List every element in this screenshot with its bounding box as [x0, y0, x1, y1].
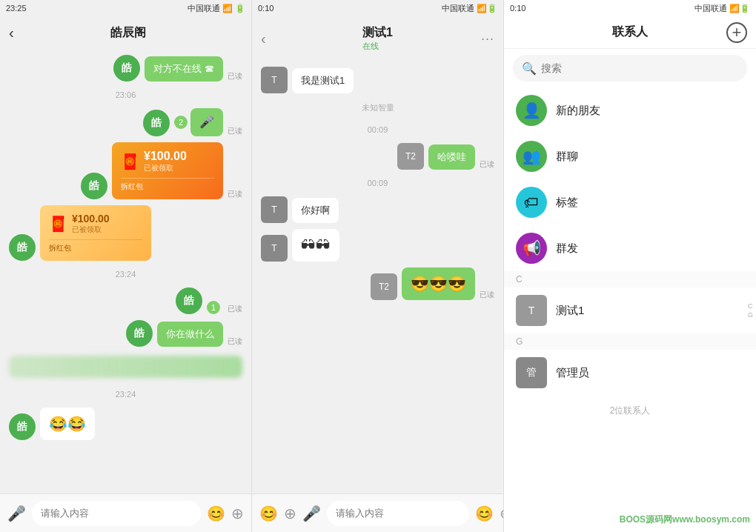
contact-name-admin: 管理员 — [556, 366, 589, 380]
input-bar-2: 😊 ⊕ 🎤 😊 ⊕ — [252, 493, 503, 532]
msg-row: 已读 1 皓 — [9, 287, 242, 314]
mic-icon-2[interactable]: 🎤 — [302, 505, 321, 522]
avatar: 皓 — [126, 320, 153, 347]
chat-header-2: ‹ 测试1 在线 ··· — [252, 16, 503, 61]
contacts-count: 2位联系人 — [504, 396, 756, 426]
money-card-sent: 🧧 ¥100.00 已被领取 拆红包 — [112, 142, 223, 199]
msg-row: T 🕶🕶 — [261, 229, 494, 262]
avatar: 皓 — [9, 413, 36, 440]
broadcast-label: 群发 — [556, 242, 578, 256]
signal-3: 中国联通 📶🔋 — [694, 3, 750, 14]
emoji-icon[interactable]: 😊 — [207, 505, 225, 522]
tag-icon: 🏷 — [516, 187, 547, 218]
group-chat-item[interactable]: 👥 群聊 — [504, 133, 756, 179]
time-1: 23:25 — [6, 4, 27, 13]
add-icon[interactable]: ⊕ — [231, 505, 244, 522]
msg-row: 已读 对方不在线 ☎ 皓 — [9, 55, 242, 82]
input-bar-1: 🎤 😊 ⊕ — [0, 493, 251, 532]
chat-input-1[interactable] — [32, 501, 201, 526]
avatar: 皓 — [81, 173, 107, 199]
avatar: 皓 — [143, 110, 170, 136]
back-button-1[interactable]: ‹ — [9, 24, 14, 41]
avatar: 皓 — [176, 287, 202, 314]
time-3: 0:10 — [510, 4, 525, 13]
emoji-icon-3[interactable]: 😊 — [475, 505, 494, 522]
contact-avatar-ceshi1: T — [516, 295, 547, 326]
signal-icons-2: 中国联通 📶🔋 — [442, 3, 497, 14]
bubble: 对方不在线 ☎ — [145, 56, 223, 82]
time-divider: 23:24 — [9, 390, 242, 399]
msg-row: 皓 🧧 ¥100.00 已被领取 拆红包 — [9, 205, 242, 261]
group-chat-icon: 👥 — [516, 141, 547, 172]
time-divider: 00:09 — [261, 125, 494, 134]
back-button-2[interactable]: ‹ — [261, 30, 266, 47]
avatar: 皓 — [9, 234, 36, 261]
tag-label: 标签 — [556, 196, 578, 210]
time-divider: 00:09 — [261, 179, 494, 187]
contact-item-ceshi1[interactable]: T 测试1 C G — [504, 287, 756, 333]
tag-item[interactable]: 🏷 标签 — [504, 179, 756, 225]
time-divider: 23:24 — [9, 270, 242, 279]
contact-list: 👤 新的朋友 👥 群聊 🏷 标签 📢 群发 C T — [504, 87, 756, 532]
section-g: G — [504, 333, 756, 350]
new-friends-icon: 👤 — [516, 95, 547, 126]
bubble: 😎😎😎 — [402, 267, 475, 300]
contacts-header: 联系人 + — [504, 16, 756, 49]
statusbar-1: 23:25 中国联通 📶 🔋 — [0, 0, 251, 16]
statusbar-3: 0:10 中国联通 📶🔋 — [504, 0, 756, 16]
emoji-icon-2[interactable]: 😊 — [259, 505, 278, 522]
add-contact-button[interactable]: + — [726, 22, 747, 43]
msg-row: T 我是测试1 — [261, 67, 494, 93]
chat-panel-2: 0:10 中国联通 📶🔋 ‹ 测试1 在线 ··· T 我是测试1 未知智量 0… — [252, 0, 504, 532]
statusbar-2: 0:10 中国联通 📶🔋 — [252, 0, 503, 16]
avatar-2: T — [261, 196, 288, 223]
badge: 1 — [207, 301, 220, 314]
chat-header-1: ‹ 皓辰阁 — [0, 16, 251, 49]
money-card-recv: 🧧 ¥100.00 已被领取 拆红包 — [40, 205, 151, 261]
index-sidebar: C G — [748, 302, 753, 319]
broadcast-item[interactable]: 📢 群发 — [504, 225, 756, 271]
messages-area-2: T 我是测试1 未知智量 00:09 已读 哈喽哇 T2 00:09 T 你好啊 — [252, 61, 503, 493]
avatar-2: T — [261, 235, 288, 262]
blurred-content — [9, 356, 242, 378]
msg-row: 已读 🧧 ¥100.00 已被领取 拆红包 皓 — [9, 142, 242, 199]
contact-item-admin[interactable]: 管 管理员 — [504, 350, 756, 396]
msg-row: T 你好啊 — [261, 196, 494, 223]
chat-input-2[interactable] — [327, 501, 469, 526]
chat-panel-1: 23:25 中国联通 📶 🔋 ‹ 皓辰阁 已读 对方不在线 ☎ 皓 23:06 … — [0, 0, 252, 532]
add-icon-2[interactable]: ⊕ — [284, 505, 296, 522]
avatar: 皓 — [113, 55, 140, 82]
badge: 2 — [174, 116, 188, 129]
bubble: 你在做什么 — [157, 322, 223, 347]
msg-row: 已读 😎😎😎 T2 — [261, 267, 494, 300]
avatar-2: T — [261, 67, 288, 93]
more-button-2[interactable]: ··· — [481, 31, 494, 47]
broadcast-icon: 📢 — [516, 233, 547, 264]
msg-row: 已读 你在做什么 皓 — [9, 320, 242, 347]
avatar-2: T2 — [371, 273, 397, 300]
contacts-title: 联系人 — [612, 24, 648, 40]
mic-icon[interactable]: 🎤 — [7, 505, 26, 522]
bubble: 🎤 — [190, 108, 223, 136]
contact-avatar-admin: 管 — [516, 357, 547, 388]
contacts-panel: 0:10 中国联通 📶🔋 联系人 + 🔍 👤 新的朋友 👥 群聊 — [504, 0, 756, 532]
group-chat-label: 群聊 — [556, 150, 578, 164]
bubble: 哈喽哇 — [428, 144, 475, 170]
new-friends-label: 新的朋友 — [556, 104, 600, 118]
chat-title-2: 测试1 — [362, 25, 393, 41]
label-divider: 未知智量 — [261, 102, 494, 113]
bubble: 我是测试1 — [292, 68, 354, 93]
time-divider: 23:06 — [9, 90, 242, 99]
search-input[interactable] — [541, 62, 738, 74]
new-friends-item[interactable]: 👤 新的朋友 — [504, 87, 756, 133]
msg-row: 皓 😂😂 — [9, 408, 242, 440]
messages-area-1: 已读 对方不在线 ☎ 皓 23:06 已读 2 🎤 皓 已读 — [0, 49, 251, 493]
section-c: C — [504, 271, 756, 287]
bubble: 😂😂 — [40, 408, 95, 440]
msg-row: 已读 2 🎤 皓 — [9, 108, 242, 136]
avatar-2: T2 — [397, 143, 424, 170]
bubble: 🕶🕶 — [292, 229, 339, 262]
search-bar[interactable]: 🔍 — [513, 55, 747, 82]
search-icon: 🔍 — [522, 61, 537, 76]
msg-row: 已读 哈喽哇 T2 — [261, 143, 494, 170]
